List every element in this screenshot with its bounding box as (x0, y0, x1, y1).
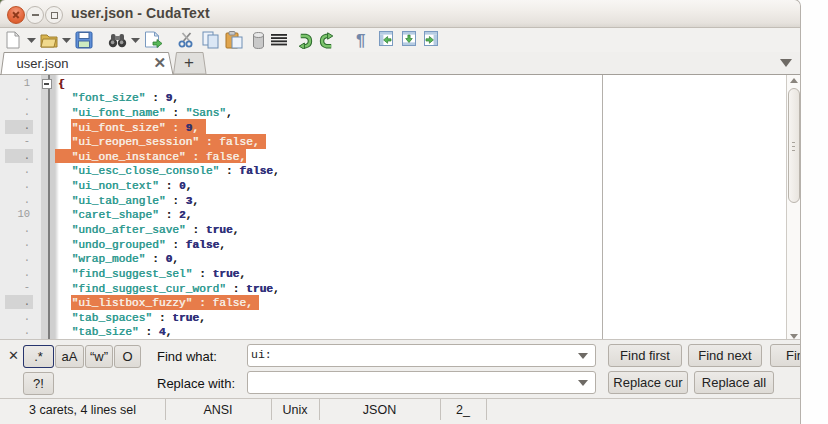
svg-text:¶: ¶ (356, 31, 365, 49)
